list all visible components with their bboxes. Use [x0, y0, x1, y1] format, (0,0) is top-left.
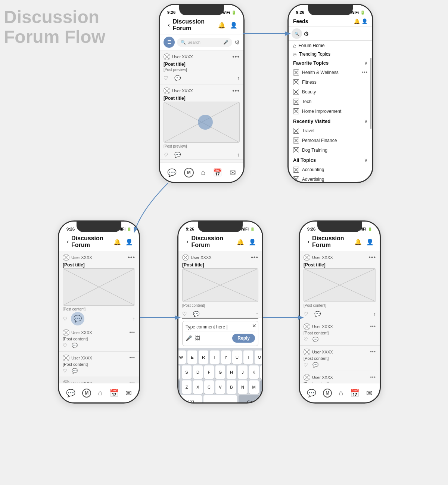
scrollbar[interactable] [370, 58, 371, 129]
like-icon-1[interactable]: ♡ [164, 75, 168, 81]
cp-share[interactable]: ↑ [256, 311, 258, 317]
post-view-bell[interactable]: 🔔 [113, 237, 122, 246]
key-a[interactable]: A [178, 365, 180, 379]
key-n[interactable]: N [238, 380, 248, 394]
key-u[interactable]: U [232, 350, 242, 364]
nav-calendar-icon[interactable]: 📅 [213, 168, 222, 177]
reply-like-1[interactable]: ♡ [304, 337, 308, 342]
comment-like-2[interactable]: ♡ [63, 368, 67, 374]
key-w[interactable]: W [178, 350, 186, 364]
dots-menu-2[interactable]: ••• [232, 87, 240, 94]
comment-dots-1[interactable]: ••• [129, 330, 135, 335]
r-m-icon[interactable]: M [323, 389, 332, 398]
trending-topics-item[interactable]: ◎ Trending Topics [289, 50, 372, 58]
comment-text-input[interactable]: Type comment here | [186, 324, 255, 331]
comment-reply-1[interactable]: 💬 [72, 343, 78, 348]
comment-person[interactable]: 👤 [248, 237, 257, 246]
key-k[interactable]: K [249, 365, 259, 379]
bell-icon[interactable]: 🔔 [217, 21, 226, 30]
pv-calendar-icon[interactable]: 📅 [109, 389, 119, 398]
comment-icon-2[interactable]: 💬 [174, 152, 181, 158]
sidebar-search-box[interactable]: 🔍 [292, 28, 302, 39]
pv-chat-icon[interactable]: 💬 [66, 389, 75, 398]
sidebar-item-fitness[interactable]: Fitness [293, 77, 368, 87]
share-icon-2[interactable]: ↑ [237, 152, 240, 158]
search-input[interactable]: 🔍 Search 🎤 [177, 38, 232, 47]
r-like[interactable]: ♡ [304, 311, 308, 317]
sidebar-item-personal-finance[interactable]: Personal Finance [293, 136, 368, 145]
nav-home-icon[interactable]: ⌂ [201, 168, 205, 177]
r-calendar-icon[interactable]: 📅 [350, 389, 360, 398]
cp-comment[interactable]: 💬 [193, 311, 199, 317]
sidebar-item-accounting[interactable]: Accounting [293, 165, 368, 174]
key-f[interactable]: F [204, 365, 214, 379]
r-mail-icon[interactable]: ✉ [366, 389, 373, 398]
comment-input-box[interactable]: ✕ Type comment here | 🎤 🖼 Reply [182, 321, 258, 346]
reply-dots-2[interactable]: ••• [370, 349, 376, 355]
comment-image-icon[interactable]: 🖼 [195, 335, 200, 341]
reply-button[interactable]: Reply [232, 334, 255, 343]
pv-mail-icon[interactable]: ✉ [125, 389, 132, 398]
replies-back[interactable]: ‹ [305, 237, 312, 246]
replies-person[interactable]: 👤 [365, 237, 374, 246]
key-d[interactable]: D [193, 365, 203, 379]
sidebar-item-home-improvement[interactable]: Home Improvement [293, 106, 368, 116]
comment-back[interactable]: ‹ [184, 237, 192, 246]
sidebar-bell-icon[interactable]: 🔔 [354, 18, 360, 24]
all-topics-toggle[interactable]: ∨ [364, 157, 368, 163]
comment-dots-2[interactable]: ••• [129, 355, 135, 361]
filter-icon[interactable]: ⚙ [234, 39, 240, 46]
main-like-icon[interactable]: ♡ [63, 316, 68, 322]
cp-like[interactable]: ♡ [182, 311, 187, 317]
key-l[interactable]: L [260, 365, 262, 379]
reply-comment-1[interactable]: 💬 [312, 337, 318, 342]
key-b[interactable]: B [227, 380, 236, 394]
key-o[interactable]: O [255, 350, 262, 364]
replies-bell[interactable]: 🔔 [354, 237, 363, 246]
share-icon-1[interactable]: ↑ [237, 75, 240, 81]
key-e[interactable]: E [187, 350, 197, 364]
sidebar-item-advertising[interactable]: Advertising [293, 174, 368, 182]
key-h[interactable]: H [227, 365, 236, 379]
key-j[interactable]: J [238, 365, 248, 379]
key-v[interactable]: V [215, 380, 225, 394]
key-s[interactable]: S [182, 365, 192, 379]
key-c[interactable]: C [204, 380, 214, 394]
nav-chat-icon[interactable]: 💬 [167, 168, 177, 177]
post-view-back[interactable]: ‹ [64, 237, 71, 246]
sidebar-item-health[interactable]: Health & Wellness ••• [293, 68, 368, 77]
reply-dots-3[interactable]: ••• [370, 375, 376, 380]
menu-button[interactable]: ☰ [164, 37, 175, 48]
comment-reply-2[interactable]: 💬 [72, 368, 78, 374]
sidebar-item-dog-training[interactable]: Dog Training [293, 145, 368, 155]
favorite-topics-toggle[interactable]: ∨ [364, 60, 368, 66]
health-dots[interactable]: ••• [362, 70, 368, 75]
sidebar-item-travel[interactable]: Travel [293, 126, 368, 136]
comment-icon-1[interactable]: 💬 [174, 75, 181, 81]
like-icon-2[interactable]: ♡ [164, 152, 168, 158]
key-g[interactable]: G [215, 365, 225, 379]
sidebar-person-icon[interactable]: 👤 [361, 18, 368, 24]
r-home-icon[interactable]: ⌂ [339, 389, 343, 397]
r-chat-icon[interactable]: 💬 [307, 389, 316, 398]
main-share-icon[interactable]: ↑ [133, 316, 135, 322]
key-y[interactable]: Y [221, 350, 231, 364]
key-go[interactable]: Go [239, 395, 261, 402]
reply-dots-1[interactable]: ••• [370, 324, 376, 329]
person-icon[interactable]: 👤 [229, 21, 238, 30]
key-x[interactable]: X [193, 380, 203, 394]
comment-mic-icon[interactable]: 🎤 [186, 335, 192, 341]
key-space[interactable] [203, 395, 237, 402]
comment-post-dots[interactable]: ••• [251, 254, 258, 261]
r-comment[interactable]: 💬 [314, 311, 321, 317]
comment-like-1[interactable]: ♡ [63, 343, 67, 348]
reply-like-2[interactable]: ♡ [304, 362, 308, 368]
key-i[interactable]: I [243, 350, 253, 364]
r-share[interactable]: ↑ [373, 311, 376, 317]
key-t[interactable]: T [210, 350, 220, 364]
main-post-dots[interactable]: ••• [128, 254, 135, 261]
back-button[interactable]: ‹ [165, 21, 173, 30]
pv-home-icon[interactable]: ⌂ [98, 389, 102, 397]
nav-mail-icon[interactable]: ✉ [230, 168, 236, 177]
dots-menu-1[interactable]: ••• [232, 53, 240, 60]
